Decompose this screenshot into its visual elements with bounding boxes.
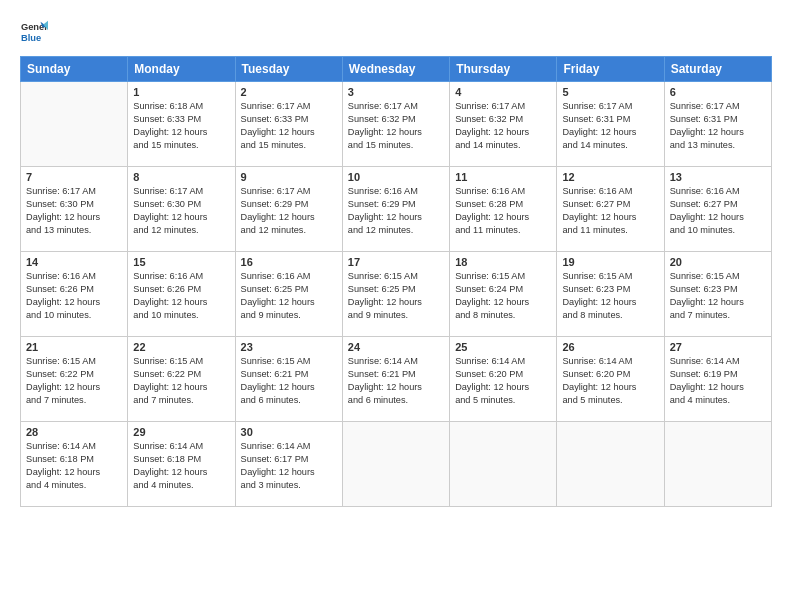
header-thursday: Thursday (450, 57, 557, 82)
cell-date-number: 30 (241, 426, 337, 438)
cell-date-number: 1 (133, 86, 229, 98)
header-wednesday: Wednesday (342, 57, 449, 82)
cell-daylight-info: Sunrise: 6:18 AMSunset: 6:33 PMDaylight:… (133, 100, 229, 152)
cell-date-number: 6 (670, 86, 766, 98)
calendar-cell (664, 422, 771, 507)
calendar-cell: 14Sunrise: 6:16 AMSunset: 6:26 PMDayligh… (21, 252, 128, 337)
cell-date-number: 28 (26, 426, 122, 438)
cell-date-number: 29 (133, 426, 229, 438)
cell-daylight-info: Sunrise: 6:17 AMSunset: 6:31 PMDaylight:… (562, 100, 658, 152)
cell-daylight-info: Sunrise: 6:16 AMSunset: 6:27 PMDaylight:… (670, 185, 766, 237)
calendar-week-4: 21Sunrise: 6:15 AMSunset: 6:22 PMDayligh… (21, 337, 772, 422)
cell-daylight-info: Sunrise: 6:17 AMSunset: 6:30 PMDaylight:… (133, 185, 229, 237)
calendar-cell: 24Sunrise: 6:14 AMSunset: 6:21 PMDayligh… (342, 337, 449, 422)
cell-daylight-info: Sunrise: 6:15 AMSunset: 6:22 PMDaylight:… (26, 355, 122, 407)
calendar-cell: 27Sunrise: 6:14 AMSunset: 6:19 PMDayligh… (664, 337, 771, 422)
cell-date-number: 5 (562, 86, 658, 98)
cell-date-number: 21 (26, 341, 122, 353)
cell-daylight-info: Sunrise: 6:16 AMSunset: 6:27 PMDaylight:… (562, 185, 658, 237)
cell-daylight-info: Sunrise: 6:14 AMSunset: 6:20 PMDaylight:… (562, 355, 658, 407)
cell-daylight-info: Sunrise: 6:14 AMSunset: 6:18 PMDaylight:… (133, 440, 229, 492)
cell-date-number: 19 (562, 256, 658, 268)
cell-date-number: 23 (241, 341, 337, 353)
cell-date-number: 17 (348, 256, 444, 268)
calendar-cell: 17Sunrise: 6:15 AMSunset: 6:25 PMDayligh… (342, 252, 449, 337)
calendar-cell (557, 422, 664, 507)
calendar-cell: 3Sunrise: 6:17 AMSunset: 6:32 PMDaylight… (342, 82, 449, 167)
calendar-cell: 1Sunrise: 6:18 AMSunset: 6:33 PMDaylight… (128, 82, 235, 167)
calendar-cell (21, 82, 128, 167)
cell-date-number: 20 (670, 256, 766, 268)
cell-daylight-info: Sunrise: 6:16 AMSunset: 6:29 PMDaylight:… (348, 185, 444, 237)
calendar-cell: 22Sunrise: 6:15 AMSunset: 6:22 PMDayligh… (128, 337, 235, 422)
cell-daylight-info: Sunrise: 6:17 AMSunset: 6:32 PMDaylight:… (348, 100, 444, 152)
calendar-week-1: 1Sunrise: 6:18 AMSunset: 6:33 PMDaylight… (21, 82, 772, 167)
cell-daylight-info: Sunrise: 6:17 AMSunset: 6:33 PMDaylight:… (241, 100, 337, 152)
cell-daylight-info: Sunrise: 6:15 AMSunset: 6:25 PMDaylight:… (348, 270, 444, 322)
calendar-cell: 8Sunrise: 6:17 AMSunset: 6:30 PMDaylight… (128, 167, 235, 252)
cell-date-number: 10 (348, 171, 444, 183)
cell-date-number: 14 (26, 256, 122, 268)
page-header: General Blue (20, 18, 772, 46)
calendar-cell (450, 422, 557, 507)
calendar-cell: 26Sunrise: 6:14 AMSunset: 6:20 PMDayligh… (557, 337, 664, 422)
calendar-cell: 19Sunrise: 6:15 AMSunset: 6:23 PMDayligh… (557, 252, 664, 337)
cell-date-number: 16 (241, 256, 337, 268)
cell-daylight-info: Sunrise: 6:15 AMSunset: 6:21 PMDaylight:… (241, 355, 337, 407)
cell-daylight-info: Sunrise: 6:16 AMSunset: 6:26 PMDaylight:… (133, 270, 229, 322)
calendar-cell (342, 422, 449, 507)
calendar-header-row: SundayMondayTuesdayWednesdayThursdayFrid… (21, 57, 772, 82)
cell-daylight-info: Sunrise: 6:15 AMSunset: 6:23 PMDaylight:… (670, 270, 766, 322)
cell-daylight-info: Sunrise: 6:14 AMSunset: 6:20 PMDaylight:… (455, 355, 551, 407)
calendar-week-3: 14Sunrise: 6:16 AMSunset: 6:26 PMDayligh… (21, 252, 772, 337)
calendar-week-5: 28Sunrise: 6:14 AMSunset: 6:18 PMDayligh… (21, 422, 772, 507)
cell-daylight-info: Sunrise: 6:15 AMSunset: 6:22 PMDaylight:… (133, 355, 229, 407)
cell-daylight-info: Sunrise: 6:17 AMSunset: 6:30 PMDaylight:… (26, 185, 122, 237)
cell-date-number: 15 (133, 256, 229, 268)
cell-date-number: 12 (562, 171, 658, 183)
logo-icon: General Blue (20, 18, 48, 46)
calendar-cell: 9Sunrise: 6:17 AMSunset: 6:29 PMDaylight… (235, 167, 342, 252)
cell-date-number: 25 (455, 341, 551, 353)
cell-date-number: 8 (133, 171, 229, 183)
cell-date-number: 3 (348, 86, 444, 98)
cell-daylight-info: Sunrise: 6:14 AMSunset: 6:19 PMDaylight:… (670, 355, 766, 407)
calendar-cell: 12Sunrise: 6:16 AMSunset: 6:27 PMDayligh… (557, 167, 664, 252)
calendar-cell: 28Sunrise: 6:14 AMSunset: 6:18 PMDayligh… (21, 422, 128, 507)
cell-daylight-info: Sunrise: 6:14 AMSunset: 6:18 PMDaylight:… (26, 440, 122, 492)
header-saturday: Saturday (664, 57, 771, 82)
cell-date-number: 26 (562, 341, 658, 353)
calendar-cell: 18Sunrise: 6:15 AMSunset: 6:24 PMDayligh… (450, 252, 557, 337)
cell-daylight-info: Sunrise: 6:17 AMSunset: 6:31 PMDaylight:… (670, 100, 766, 152)
cell-date-number: 24 (348, 341, 444, 353)
calendar-cell: 4Sunrise: 6:17 AMSunset: 6:32 PMDaylight… (450, 82, 557, 167)
cell-date-number: 2 (241, 86, 337, 98)
cell-date-number: 13 (670, 171, 766, 183)
calendar-cell: 13Sunrise: 6:16 AMSunset: 6:27 PMDayligh… (664, 167, 771, 252)
calendar-cell: 29Sunrise: 6:14 AMSunset: 6:18 PMDayligh… (128, 422, 235, 507)
cell-daylight-info: Sunrise: 6:17 AMSunset: 6:29 PMDaylight:… (241, 185, 337, 237)
cell-daylight-info: Sunrise: 6:14 AMSunset: 6:21 PMDaylight:… (348, 355, 444, 407)
cell-date-number: 18 (455, 256, 551, 268)
svg-text:Blue: Blue (21, 33, 41, 43)
calendar-cell: 23Sunrise: 6:15 AMSunset: 6:21 PMDayligh… (235, 337, 342, 422)
cell-daylight-info: Sunrise: 6:16 AMSunset: 6:26 PMDaylight:… (26, 270, 122, 322)
header-monday: Monday (128, 57, 235, 82)
calendar-cell: 20Sunrise: 6:15 AMSunset: 6:23 PMDayligh… (664, 252, 771, 337)
calendar-cell: 15Sunrise: 6:16 AMSunset: 6:26 PMDayligh… (128, 252, 235, 337)
header-tuesday: Tuesday (235, 57, 342, 82)
calendar-cell: 21Sunrise: 6:15 AMSunset: 6:22 PMDayligh… (21, 337, 128, 422)
header-friday: Friday (557, 57, 664, 82)
header-sunday: Sunday (21, 57, 128, 82)
calendar-table: SundayMondayTuesdayWednesdayThursdayFrid… (20, 56, 772, 507)
calendar-cell: 2Sunrise: 6:17 AMSunset: 6:33 PMDaylight… (235, 82, 342, 167)
cell-daylight-info: Sunrise: 6:14 AMSunset: 6:17 PMDaylight:… (241, 440, 337, 492)
calendar-cell: 7Sunrise: 6:17 AMSunset: 6:30 PMDaylight… (21, 167, 128, 252)
cell-daylight-info: Sunrise: 6:15 AMSunset: 6:24 PMDaylight:… (455, 270, 551, 322)
calendar-week-2: 7Sunrise: 6:17 AMSunset: 6:30 PMDaylight… (21, 167, 772, 252)
cell-daylight-info: Sunrise: 6:16 AMSunset: 6:28 PMDaylight:… (455, 185, 551, 237)
calendar-cell: 10Sunrise: 6:16 AMSunset: 6:29 PMDayligh… (342, 167, 449, 252)
calendar-cell: 5Sunrise: 6:17 AMSunset: 6:31 PMDaylight… (557, 82, 664, 167)
cell-daylight-info: Sunrise: 6:17 AMSunset: 6:32 PMDaylight:… (455, 100, 551, 152)
cell-date-number: 4 (455, 86, 551, 98)
